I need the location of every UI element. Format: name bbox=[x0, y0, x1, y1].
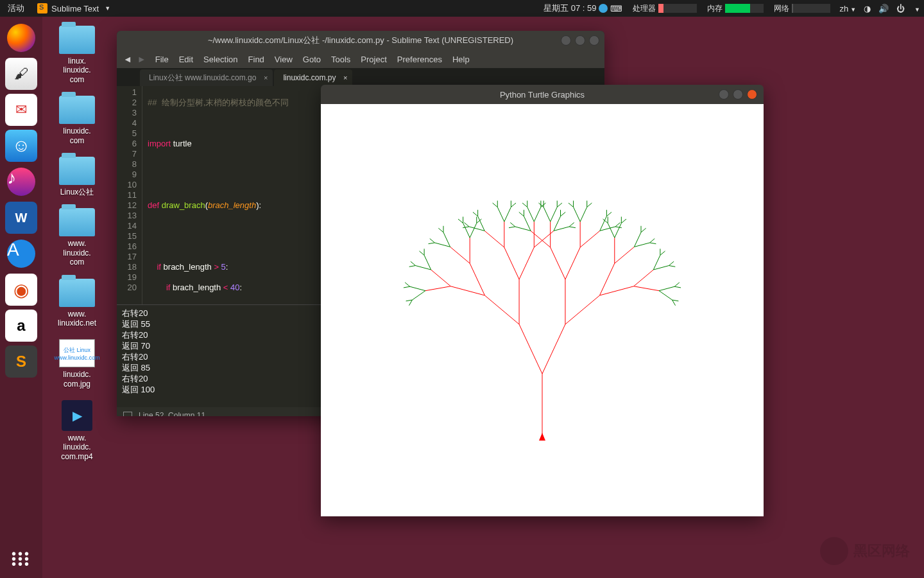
svg-line-27 bbox=[615, 223, 622, 238]
menu-view[interactable]: View bbox=[270, 53, 298, 66]
activities-button[interactable]: 活动 bbox=[0, 3, 32, 14]
menu-help[interactable]: Help bbox=[447, 53, 475, 66]
maximize-button[interactable] bbox=[575, 35, 585, 46]
desktop-icon[interactable]: www.linuxidc.net bbox=[51, 279, 103, 328]
menu-project[interactable]: Project bbox=[355, 53, 391, 66]
dock-apps-grid[interactable]: ••••••••• bbox=[12, 551, 31, 566]
svg-line-6 bbox=[672, 300, 676, 306]
svg-line-104 bbox=[458, 219, 463, 223]
menu-tools[interactable]: Tools bbox=[326, 53, 355, 66]
gutter: 1234567891011121314151617181920 bbox=[117, 86, 142, 304]
svg-line-95 bbox=[463, 227, 469, 228]
minimize-button[interactable] bbox=[719, 89, 729, 100]
desktop-icon[interactable]: linuxidc.com bbox=[51, 96, 103, 145]
menu-goto[interactable]: Goto bbox=[298, 53, 326, 66]
watermark-text: 黑区网络 bbox=[853, 541, 910, 561]
a11y-icon[interactable]: ◑ bbox=[860, 4, 875, 13]
sublime-titlebar[interactable]: ~/www.linuxidc.com/Linux公社 -/linuxidc.co… bbox=[117, 31, 604, 50]
sublime-menubar: ◄ ► FileEditSelectionFindViewGotoToolsPr… bbox=[117, 50, 604, 68]
line-number: 6 bbox=[117, 139, 137, 149]
volume-icon[interactable]: 🔊 bbox=[875, 4, 893, 13]
svg-line-22 bbox=[650, 239, 655, 243]
svg-line-90 bbox=[478, 216, 485, 231]
svg-line-62 bbox=[510, 223, 515, 227]
svg-line-105 bbox=[450, 247, 470, 263]
dock-appstore[interactable]: A bbox=[5, 238, 37, 270]
svg-line-40 bbox=[606, 212, 612, 216]
svg-line-12 bbox=[653, 266, 669, 270]
lang-indicator[interactable]: zh▼ bbox=[835, 4, 860, 13]
svg-line-5 bbox=[659, 291, 672, 300]
video-file-icon: ▶ bbox=[62, 400, 92, 431]
dock-firefox[interactable] bbox=[5, 22, 37, 54]
desktop-icon[interactable]: linux.linuxidc.com bbox=[51, 26, 103, 84]
clock[interactable]: 星期五 07 : 59 ⌨ bbox=[538, 3, 628, 14]
svg-line-23 bbox=[634, 232, 641, 247]
line-number: 14 bbox=[117, 221, 137, 231]
desktop-icon[interactable]: Linux公社 bbox=[51, 157, 103, 197]
desktop-icon-label: www.linuxidc.com bbox=[63, 239, 90, 267]
svg-line-3 bbox=[600, 286, 634, 295]
clock-text: 星期五 07 : 59 bbox=[543, 3, 596, 14]
svg-line-84 bbox=[511, 203, 516, 207]
panel-switcher-icon[interactable] bbox=[123, 412, 132, 416]
svg-line-125 bbox=[406, 300, 413, 301]
tab-py-file[interactable]: linuxidc.com.py× bbox=[274, 69, 352, 86]
menu-find[interactable]: Find bbox=[243, 53, 270, 66]
svg-line-35 bbox=[580, 231, 600, 247]
close-button[interactable] bbox=[747, 89, 757, 100]
menu-edit[interactable]: Edit bbox=[174, 53, 198, 66]
line-number: 11 bbox=[117, 190, 137, 200]
svg-line-54 bbox=[543, 207, 551, 222]
desktop-icon-label: linuxidc.com.jpg bbox=[63, 370, 90, 389]
menu-preferences[interactable]: Preferences bbox=[392, 53, 447, 66]
svg-line-36 bbox=[600, 227, 615, 231]
line-number: 8 bbox=[117, 159, 137, 170]
turtle-titlebar[interactable]: Python Turtle Graphics bbox=[321, 85, 764, 104]
svg-line-39 bbox=[600, 216, 607, 231]
svg-line-46 bbox=[574, 207, 581, 222]
mem-indicator[interactable]: 内存 bbox=[702, 3, 769, 14]
cursor-position: Line 52, Column 11 bbox=[139, 411, 205, 416]
app-name: Sublime Text bbox=[51, 4, 99, 13]
svg-line-28 bbox=[621, 219, 626, 223]
system-menu-chevron[interactable]: ▼ bbox=[909, 4, 924, 13]
line-number: 13 bbox=[117, 211, 137, 221]
nav-fwd-icon[interactable]: ► bbox=[136, 54, 148, 64]
dock-sublime[interactable]: S bbox=[5, 346, 37, 378]
dock-ubuntu[interactable] bbox=[5, 274, 37, 306]
close-button[interactable] bbox=[589, 35, 599, 46]
menu-file[interactable]: File bbox=[150, 53, 174, 66]
tab-close-icon[interactable]: × bbox=[343, 74, 347, 82]
dock-itunes[interactable]: ♪ bbox=[5, 166, 37, 198]
svg-line-116 bbox=[419, 251, 424, 255]
desktop-icon[interactable]: www.linuxidc.com bbox=[51, 208, 103, 267]
dock-mail[interactable] bbox=[5, 94, 37, 126]
app-menu[interactable]: Sublime Text ▼ bbox=[32, 3, 116, 13]
desktop-icon[interactable]: ▶www.linuxidc.com.mp4 bbox=[51, 400, 103, 461]
tab-close-icon[interactable]: × bbox=[264, 74, 268, 82]
svg-line-93 bbox=[469, 227, 484, 231]
svg-line-9 bbox=[674, 286, 681, 288]
power-icon[interactable]: ⏻ bbox=[893, 4, 909, 13]
menu-selection[interactable]: Selection bbox=[198, 53, 243, 66]
dock-finder[interactable]: ☺ bbox=[5, 130, 37, 162]
desktop-icon[interactable]: 公社 Linux www.linuxidc.comlinuxidc.com.jp… bbox=[51, 339, 103, 389]
cpu-label: 处理器 bbox=[633, 3, 656, 14]
minimize-button[interactable] bbox=[561, 35, 571, 46]
dock-word[interactable]: W bbox=[5, 202, 37, 234]
desktop: linux.linuxidc.comlinuxidc.comLinux公社www… bbox=[51, 26, 103, 461]
nav-back-icon[interactable]: ◄ bbox=[122, 54, 133, 64]
svg-line-57 bbox=[531, 231, 551, 247]
svg-line-58 bbox=[524, 216, 531, 231]
dock-amazon[interactable]: a bbox=[5, 310, 37, 342]
net-indicator[interactable]: 网络 bbox=[769, 3, 835, 14]
cpu-indicator[interactable]: 处理器 bbox=[628, 3, 702, 14]
maximize-button[interactable] bbox=[733, 89, 743, 100]
line-number: 9 bbox=[117, 170, 137, 180]
image-file-icon: 公社 Linux www.linuxidc.com bbox=[59, 339, 95, 367]
svg-line-78 bbox=[527, 207, 535, 222]
tab-go-file[interactable]: Linux公社 www.linuxidc.com.go× bbox=[140, 69, 273, 86]
svg-line-20 bbox=[634, 243, 649, 247]
dock-files[interactable]: 🖌 bbox=[5, 58, 37, 90]
